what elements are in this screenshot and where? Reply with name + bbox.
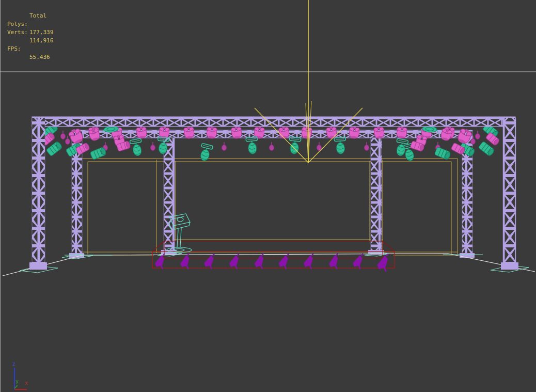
floor-light[interactable] [229, 254, 239, 269]
stats-fps-value: 55.436 [29, 53, 50, 61]
canpink-light[interactable] [485, 132, 500, 146]
head-light[interactable] [246, 137, 259, 154]
viewport-canvas[interactable]: z y x [0, 0, 536, 392]
floor-light[interactable] [328, 253, 339, 269]
knob-light[interactable] [317, 142, 322, 151]
knob-light[interactable] [222, 142, 227, 151]
axis-z-label: z [12, 361, 15, 367]
head-light[interactable] [130, 138, 144, 156]
knob-light[interactable] [476, 131, 480, 139]
head-light[interactable] [198, 143, 213, 162]
stats-verts-value: 114,916 [29, 37, 53, 45]
truss-lights[interactable] [41, 122, 500, 162]
back-wall-wireframe[interactable] [82, 159, 458, 255]
floor-light[interactable] [180, 253, 191, 269]
floor-light[interactable] [204, 253, 215, 269]
axis-tripod: z y x [12, 361, 28, 389]
knob-light[interactable] [66, 136, 70, 145]
knob-light[interactable] [365, 142, 369, 151]
canteal-light[interactable] [434, 147, 451, 160]
head-light[interactable] [334, 137, 346, 154]
floor-light[interactable] [353, 253, 364, 269]
stats-fps-label: FPS: [7, 45, 21, 53]
stats-verts-label: Verts: [7, 28, 28, 37]
knob-light[interactable] [270, 142, 274, 151]
floor-light[interactable] [254, 254, 265, 270]
knob-light[interactable] [151, 142, 155, 151]
axis-y-label: y [15, 379, 19, 384]
axis-x-label: x [25, 380, 28, 386]
knob-light[interactable] [61, 131, 66, 139]
selection-cone[interactable] [255, 0, 362, 163]
floor-light[interactable] [155, 254, 165, 269]
floor-light[interactable] [278, 254, 289, 270]
floor-lights[interactable] [155, 253, 388, 271]
viewport[interactable]: z y x Total Polys: 177,339 Verts: 114,91… [0, 0, 536, 392]
stats-total-label: Total [29, 12, 46, 20]
stats-polys-value: 177,339 [29, 28, 53, 37]
canteal-light[interactable] [90, 147, 107, 160]
head-light[interactable] [288, 137, 301, 154]
floor-light[interactable] [304, 254, 313, 269]
